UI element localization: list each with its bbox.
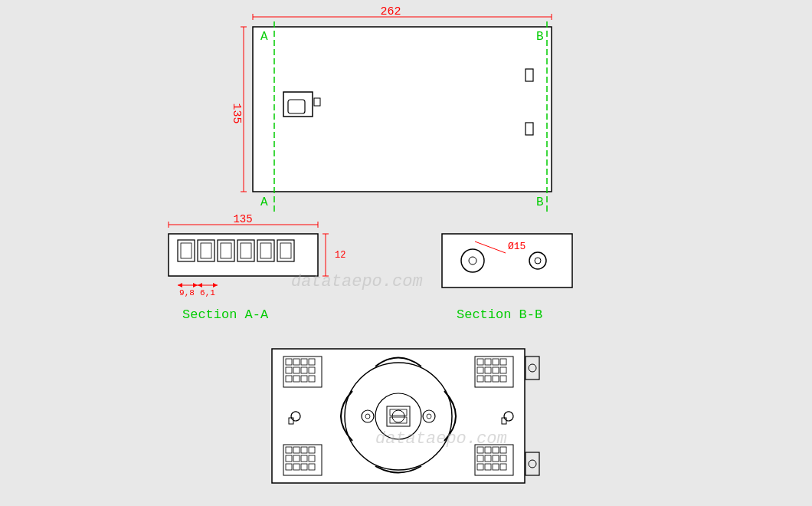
svg-rect-0 [253, 27, 552, 192]
section-aa-label: Section A-A [182, 307, 269, 322]
svg-rect-45 [272, 349, 525, 483]
drawing-canvas: A B A B 262 135 [0, 0, 812, 506]
svg-point-49 [529, 460, 536, 468]
svg-marker-37 [198, 283, 202, 288]
corner-a-bottom-left: A [260, 196, 268, 209]
spacing-dim-6-1: 6,1 [200, 288, 215, 297]
svg-rect-48 [526, 452, 539, 475]
corner-b-top-right: B [536, 30, 544, 44]
section-bb-label: Section B-B [457, 307, 542, 322]
svg-marker-38 [213, 283, 218, 288]
svg-rect-46 [526, 356, 539, 380]
corner-a-top-left: A [260, 30, 268, 44]
section-aa-width-dim: 135 [233, 213, 252, 225]
section-aa-height-dim: 12 [335, 250, 345, 261]
diameter-dim: Ø15 [508, 241, 526, 252]
corner-b-bottom-right: B [536, 196, 544, 209]
svg-marker-35 [193, 283, 198, 288]
technical-drawing: A B A B 262 135 [0, 0, 812, 506]
spacing-dim-9-8: 9,8 [179, 288, 195, 297]
svg-point-47 [529, 364, 536, 372]
width-dim-262: 262 [380, 5, 401, 18]
svg-marker-34 [178, 283, 182, 288]
height-dim-135: 135 [230, 103, 243, 123]
